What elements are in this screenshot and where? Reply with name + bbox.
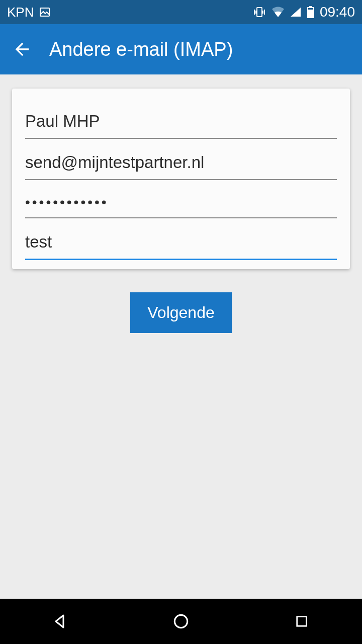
svg-rect-1 [257, 8, 262, 17]
wifi-icon [272, 7, 285, 18]
description-field[interactable] [25, 229, 337, 260]
svg-point-9 [174, 615, 187, 627]
svg-rect-0 [40, 8, 49, 16]
password-field[interactable] [25, 191, 337, 218]
svg-rect-8 [308, 10, 314, 18]
status-bar: KPN [0, 0, 362, 24]
nav-home-button[interactable] [166, 606, 196, 636]
carrier-label: KPN [7, 5, 34, 20]
svg-rect-2 [254, 10, 255, 15]
svg-rect-4 [262, 11, 263, 14]
svg-rect-3 [255, 11, 256, 14]
clock-label: 09:40 [320, 4, 355, 20]
form-card [12, 89, 350, 269]
circle-home-icon [171, 612, 191, 631]
nav-back-button[interactable] [45, 606, 75, 636]
app-bar: Andere e-mail (IMAP) [0, 24, 362, 74]
display-name-field[interactable] [25, 109, 337, 139]
svg-rect-10 [297, 617, 307, 626]
system-nav-bar [0, 599, 362, 644]
battery-icon [307, 6, 315, 18]
arrow-left-icon [12, 39, 32, 59]
picture-icon [39, 6, 51, 18]
email-field[interactable] [25, 150, 337, 180]
square-recent-icon [294, 613, 310, 629]
back-button[interactable] [10, 37, 34, 61]
triangle-back-icon [51, 612, 69, 630]
page-title: Andere e-mail (IMAP) [49, 39, 233, 60]
vibrate-icon [252, 6, 266, 18]
next-button[interactable]: Volgende [130, 292, 231, 333]
cell-signal-icon [290, 7, 302, 18]
nav-recent-button[interactable] [287, 606, 317, 636]
svg-rect-5 [264, 10, 265, 15]
content-area: Volgende [0, 74, 362, 599]
